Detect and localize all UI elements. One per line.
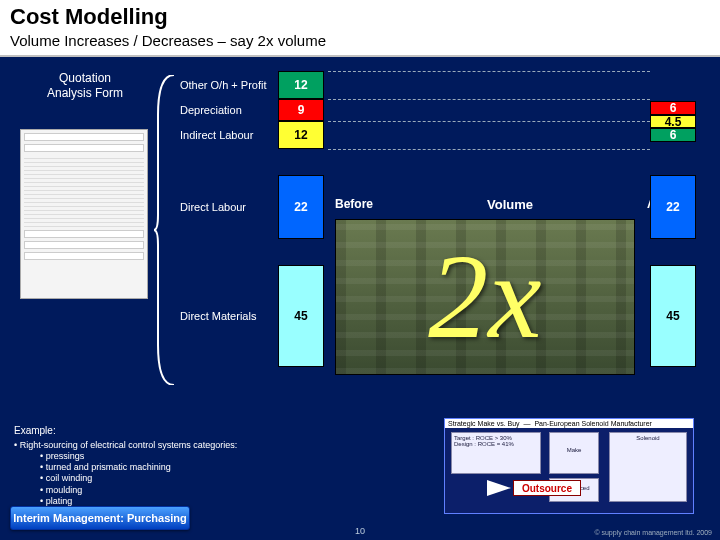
connector-line: [328, 149, 650, 150]
after-direct-labour: 22: [650, 175, 696, 239]
example-line: • moulding: [40, 485, 414, 496]
connector-line: [328, 121, 650, 122]
example-line: • pressings: [40, 451, 414, 462]
diagram-stage: Quotation Analysis Form Other O/h + Prof…: [0, 57, 720, 437]
case-study-thumbnail: Strategic Make vs. Buy — Pan-European So…: [444, 418, 694, 514]
example-line: • Right-sourcing of electrical control s…: [14, 440, 414, 451]
outsource-badge: Outsource: [513, 480, 581, 496]
after-depreciation: 6: [650, 101, 696, 115]
example-line: • turned and prismatic machining: [40, 462, 414, 473]
before-depreciation: 9: [278, 99, 324, 121]
before-indirect-labour: 12: [278, 121, 324, 149]
after-direct-materials: 45: [650, 265, 696, 367]
cat-label: Direct Labour: [180, 175, 278, 239]
example-heading: Example:: [14, 425, 414, 438]
volume-multiplier-panel: 2x: [335, 219, 635, 375]
curly-brace-icon: [154, 75, 178, 385]
volume-heading: Volume: [487, 197, 533, 212]
connector-line: [328, 71, 650, 72]
title-bar: Cost Modelling Volume Increases / Decrea…: [0, 0, 720, 57]
mini-solenoid-panel: Solenoid: [609, 432, 687, 502]
after-extra-segment: 6: [650, 128, 696, 142]
before-stack: Other O/h + Profit 12 Depreciation 9 Ind…: [180, 71, 335, 367]
before-heading: Before: [335, 197, 373, 212]
before-direct-labour: 22: [278, 175, 324, 239]
after-stack: 6 4.5 6 22 45: [650, 101, 696, 367]
slide-number: 10: [355, 526, 365, 536]
cat-label: Depreciation: [180, 99, 278, 121]
slide-subtitle: Volume Increases / Decreases – say 2x vo…: [10, 32, 710, 49]
copyright-line: © supply chain management ltd. 2009: [594, 529, 712, 536]
mid-labels-row: Before Volume After: [335, 197, 675, 212]
before-direct-materials: 45: [278, 265, 324, 367]
quotation-form-label: Quotation Analysis Form: [40, 71, 130, 101]
cat-label: Indirect Labour: [180, 121, 278, 149]
mini-slide-header: Strategic Make vs. Buy — Pan-European So…: [445, 419, 693, 428]
connector-line: [328, 99, 650, 100]
multiplier-text: 2x: [336, 220, 634, 374]
before-other-oh-profit: 12: [278, 71, 324, 99]
brand-logo: Interim Management: Purchasing: [10, 506, 190, 530]
mini-target-panel: Target : ROCE > 30% Design : ROCE = 41%: [451, 432, 541, 474]
mini-slide-title-left: Strategic Make vs. Buy: [448, 420, 520, 427]
slide-title: Cost Modelling: [10, 4, 710, 30]
arrow-right-icon: [487, 480, 511, 496]
cat-label: Direct Materials: [180, 265, 278, 367]
quotation-form-thumbnail: [20, 129, 148, 299]
after-indirect-labour: 4.5: [650, 115, 696, 128]
mini-make-panel: Make: [549, 432, 599, 474]
cat-label: Other O/h + Profit: [180, 71, 278, 99]
mini-slide-title-right: Pan-European Solenoid Manufacturer: [534, 420, 652, 427]
mini-design-line: Design : ROCE = 41%: [454, 441, 538, 447]
example-line: • coil winding: [40, 473, 414, 484]
